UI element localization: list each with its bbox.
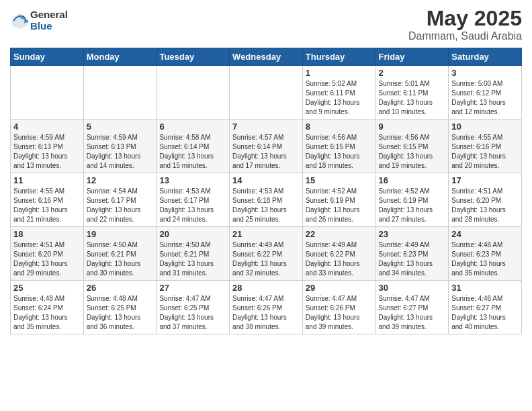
day-info: Sunrise: 4:46 AM Sunset: 6:27 PM Dayligh… <box>451 294 519 332</box>
day-number: 9 <box>379 122 446 132</box>
day-number: 30 <box>379 283 446 293</box>
calendar-week-row: 18Sunrise: 4:51 AM Sunset: 6:20 PM Dayli… <box>11 227 522 281</box>
calendar-cell: 17Sunrise: 4:51 AM Sunset: 6:20 PM Dayli… <box>449 173 522 227</box>
day-number: 11 <box>13 175 81 185</box>
day-info: Sunrise: 5:00 AM Sunset: 6:12 PM Dayligh… <box>451 79 519 117</box>
day-info: Sunrise: 4:49 AM Sunset: 6:22 PM Dayligh… <box>306 240 373 278</box>
day-info: Sunrise: 4:59 AM Sunset: 6:13 PM Dayligh… <box>13 133 81 171</box>
calendar-cell <box>11 66 84 120</box>
calendar-cell: 31Sunrise: 4:46 AM Sunset: 6:27 PM Dayli… <box>449 281 522 334</box>
day-number: 14 <box>232 175 300 185</box>
calendar-header-saturday: Saturday <box>449 48 522 66</box>
calendar-cell <box>230 66 303 120</box>
day-number: 19 <box>87 229 154 239</box>
day-info: Sunrise: 4:53 AM Sunset: 6:17 PM Dayligh… <box>159 187 226 224</box>
calendar-cell: 9Sunrise: 4:56 AM Sunset: 6:15 PM Daylig… <box>375 120 449 173</box>
day-number: 22 <box>306 229 373 239</box>
calendar-cell: 16Sunrise: 4:52 AM Sunset: 6:19 PM Dayli… <box>375 173 449 227</box>
page: General Blue May 2025 Dammam, Saudi Arab… <box>0 0 532 411</box>
day-info: Sunrise: 4:56 AM Sunset: 6:15 PM Dayligh… <box>306 133 373 171</box>
day-number: 21 <box>232 229 300 239</box>
calendar-cell: 8Sunrise: 4:56 AM Sunset: 6:15 PM Daylig… <box>302 120 375 173</box>
day-number: 25 <box>13 283 81 293</box>
day-info: Sunrise: 4:58 AM Sunset: 6:14 PM Dayligh… <box>159 133 226 171</box>
logo-text: General Blue <box>30 9 68 32</box>
logo-icon <box>10 11 29 30</box>
calendar-cell: 23Sunrise: 4:49 AM Sunset: 6:23 PM Dayli… <box>375 227 449 281</box>
day-number: 6 <box>159 122 226 132</box>
day-number: 28 <box>232 283 300 293</box>
calendar-cell: 20Sunrise: 4:50 AM Sunset: 6:21 PM Dayli… <box>157 227 230 281</box>
calendar-cell: 10Sunrise: 4:55 AM Sunset: 6:16 PM Dayli… <box>449 120 522 173</box>
calendar-week-row: 25Sunrise: 4:48 AM Sunset: 6:24 PM Dayli… <box>11 281 522 334</box>
day-number: 17 <box>451 175 519 185</box>
calendar-cell: 22Sunrise: 4:49 AM Sunset: 6:22 PM Dayli… <box>302 227 375 281</box>
calendar-week-row: 4Sunrise: 4:59 AM Sunset: 6:13 PM Daylig… <box>11 120 522 173</box>
title-block: May 2025 Dammam, Saudi Arabia <box>408 7 522 42</box>
day-number: 18 <box>13 229 81 239</box>
calendar-header-wednesday: Wednesday <box>230 48 303 66</box>
calendar-cell <box>157 66 230 120</box>
day-info: Sunrise: 4:47 AM Sunset: 6:27 PM Dayligh… <box>379 294 446 332</box>
day-number: 8 <box>306 122 373 132</box>
day-info: Sunrise: 4:51 AM Sunset: 6:20 PM Dayligh… <box>13 240 81 278</box>
day-info: Sunrise: 4:55 AM Sunset: 6:16 PM Dayligh… <box>13 187 81 224</box>
day-number: 13 <box>159 175 226 185</box>
calendar-cell: 30Sunrise: 4:47 AM Sunset: 6:27 PM Dayli… <box>375 281 449 334</box>
logo: General Blue <box>10 9 68 32</box>
calendar-cell: 18Sunrise: 4:51 AM Sunset: 6:20 PM Dayli… <box>11 227 84 281</box>
calendar-cell: 13Sunrise: 4:53 AM Sunset: 6:17 PM Dayli… <box>157 173 230 227</box>
calendar-cell <box>83 66 157 120</box>
day-info: Sunrise: 4:50 AM Sunset: 6:21 PM Dayligh… <box>159 240 226 278</box>
calendar-cell: 7Sunrise: 4:57 AM Sunset: 6:14 PM Daylig… <box>230 120 303 173</box>
calendar-header-tuesday: Tuesday <box>157 48 230 66</box>
day-info: Sunrise: 4:59 AM Sunset: 6:13 PM Dayligh… <box>87 133 154 171</box>
calendar-header-sunday: Sunday <box>11 48 84 66</box>
calendar-cell: 1Sunrise: 5:02 AM Sunset: 6:11 PM Daylig… <box>302 66 375 120</box>
calendar-cell: 2Sunrise: 5:01 AM Sunset: 6:11 PM Daylig… <box>375 66 449 120</box>
day-number: 16 <box>379 175 446 185</box>
day-info: Sunrise: 4:48 AM Sunset: 6:23 PM Dayligh… <box>451 240 519 278</box>
calendar-cell: 6Sunrise: 4:58 AM Sunset: 6:14 PM Daylig… <box>157 120 230 173</box>
day-info: Sunrise: 4:57 AM Sunset: 6:14 PM Dayligh… <box>232 133 300 171</box>
calendar-cell: 3Sunrise: 5:00 AM Sunset: 6:12 PM Daylig… <box>449 66 522 120</box>
day-number: 3 <box>451 68 519 78</box>
calendar-cell: 14Sunrise: 4:53 AM Sunset: 6:18 PM Dayli… <box>230 173 303 227</box>
header: General Blue May 2025 Dammam, Saudi Arab… <box>10 7 522 42</box>
day-number: 10 <box>451 122 519 132</box>
calendar-cell: 29Sunrise: 4:47 AM Sunset: 6:26 PM Dayli… <box>302 281 375 334</box>
day-info: Sunrise: 4:47 AM Sunset: 6:26 PM Dayligh… <box>306 294 373 332</box>
calendar-cell: 11Sunrise: 4:55 AM Sunset: 6:16 PM Dayli… <box>11 173 84 227</box>
day-number: 27 <box>159 283 226 293</box>
calendar-cell: 26Sunrise: 4:48 AM Sunset: 6:25 PM Dayli… <box>83 281 157 334</box>
day-number: 1 <box>306 68 373 78</box>
day-info: Sunrise: 4:55 AM Sunset: 6:16 PM Dayligh… <box>451 133 519 171</box>
day-number: 29 <box>306 283 373 293</box>
calendar-cell: 27Sunrise: 4:47 AM Sunset: 6:25 PM Dayli… <box>157 281 230 334</box>
logo-general-text: General <box>30 9 68 21</box>
day-info: Sunrise: 4:56 AM Sunset: 6:15 PM Dayligh… <box>379 133 446 171</box>
day-number: 26 <box>87 283 154 293</box>
calendar-cell: 5Sunrise: 4:59 AM Sunset: 6:13 PM Daylig… <box>83 120 157 173</box>
day-info: Sunrise: 4:52 AM Sunset: 6:19 PM Dayligh… <box>306 187 373 224</box>
logo-blue-text: Blue <box>30 21 68 32</box>
calendar-cell: 28Sunrise: 4:47 AM Sunset: 6:26 PM Dayli… <box>230 281 303 334</box>
day-number: 7 <box>232 122 300 132</box>
day-number: 31 <box>451 283 519 293</box>
day-number: 23 <box>379 229 446 239</box>
calendar-header-friday: Friday <box>375 48 449 66</box>
day-number: 4 <box>13 122 81 132</box>
calendar-cell: 4Sunrise: 4:59 AM Sunset: 6:13 PM Daylig… <box>11 120 84 173</box>
calendar-week-row: 1Sunrise: 5:02 AM Sunset: 6:11 PM Daylig… <box>11 66 522 120</box>
day-number: 15 <box>306 175 373 185</box>
calendar-cell: 15Sunrise: 4:52 AM Sunset: 6:19 PM Dayli… <box>302 173 375 227</box>
day-number: 20 <box>159 229 226 239</box>
day-info: Sunrise: 4:54 AM Sunset: 6:17 PM Dayligh… <box>87 187 154 224</box>
day-info: Sunrise: 4:51 AM Sunset: 6:20 PM Dayligh… <box>451 187 519 224</box>
calendar-week-row: 11Sunrise: 4:55 AM Sunset: 6:16 PM Dayli… <box>11 173 522 227</box>
day-info: Sunrise: 4:49 AM Sunset: 6:22 PM Dayligh… <box>232 240 300 278</box>
calendar-cell: 25Sunrise: 4:48 AM Sunset: 6:24 PM Dayli… <box>11 281 84 334</box>
day-info: Sunrise: 5:02 AM Sunset: 6:11 PM Dayligh… <box>306 79 373 117</box>
calendar-header-thursday: Thursday <box>302 48 375 66</box>
calendar-table: SundayMondayTuesdayWednesdayThursdayFrid… <box>10 48 522 334</box>
